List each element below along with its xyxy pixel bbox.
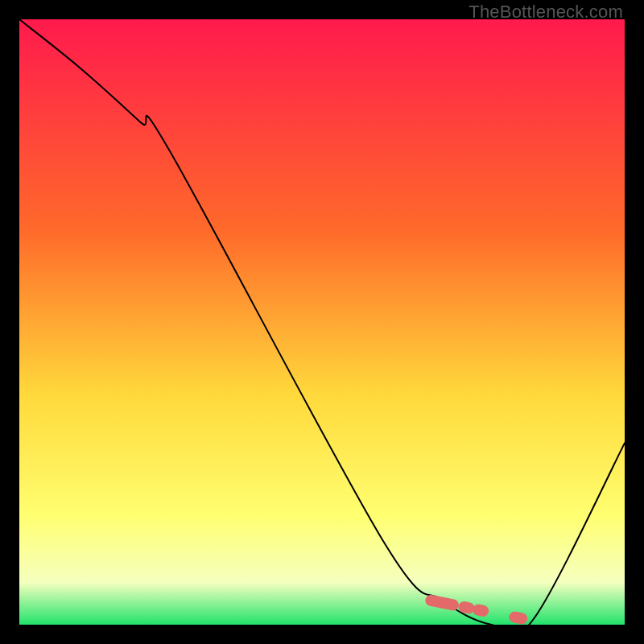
gradient-background bbox=[19, 19, 625, 625]
chart-frame bbox=[19, 19, 625, 625]
bottleneck-chart bbox=[19, 19, 625, 625]
